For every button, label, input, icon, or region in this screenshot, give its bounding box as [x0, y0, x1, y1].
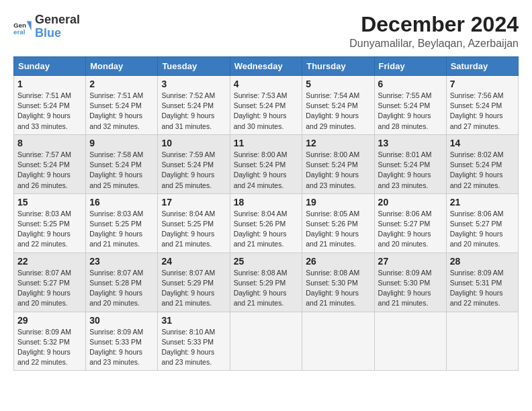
day-number: 10: [161, 138, 226, 148]
day-info: Sunrise: 8:00 AM Sunset: 5:24 PM Dayligh…: [234, 150, 299, 191]
calendar-cell: 20 Sunrise: 8:06 AM Sunset: 5:27 PM Dayl…: [374, 193, 446, 253]
calendar-cell: 1 Sunrise: 7:51 AM Sunset: 5:24 PM Dayli…: [14, 76, 86, 135]
day-number: 18: [234, 197, 299, 208]
week-row-3: 15 Sunrise: 8:03 AM Sunset: 5:25 PM Dayl…: [14, 193, 519, 253]
day-info: Sunrise: 8:06 AM Sunset: 5:27 PM Dayligh…: [378, 209, 443, 250]
calendar-cell: 29 Sunrise: 8:09 AM Sunset: 5:32 PM Dayl…: [14, 312, 86, 371]
day-info: Sunrise: 8:09 AM Sunset: 5:33 PM Dayligh…: [89, 327, 154, 368]
day-number: 11: [234, 138, 299, 148]
calendar-cell: [230, 312, 302, 371]
week-row-2: 8 Sunrise: 7:57 AM Sunset: 5:24 PM Dayli…: [14, 134, 519, 193]
week-row-4: 22 Sunrise: 8:07 AM Sunset: 5:27 PM Dayl…: [14, 253, 519, 312]
calendar-cell: 25 Sunrise: 8:08 AM Sunset: 5:29 PM Dayl…: [230, 253, 302, 312]
day-info: Sunrise: 7:58 AM Sunset: 5:24 PM Dayligh…: [89, 150, 154, 191]
day-info: Sunrise: 8:06 AM Sunset: 5:27 PM Dayligh…: [450, 209, 515, 250]
day-number: 1: [17, 79, 82, 89]
calendar-cell: 4 Sunrise: 7:53 AM Sunset: 5:24 PM Dayli…: [230, 76, 302, 135]
day-number: 6: [378, 79, 443, 89]
logo-icon: Gen eral: [13, 17, 32, 36]
day-info: Sunrise: 7:55 AM Sunset: 5:24 PM Dayligh…: [378, 91, 443, 132]
day-number: 2: [89, 79, 154, 89]
day-number: 21: [450, 197, 515, 208]
day-number: 24: [161, 256, 226, 267]
calendar-cell: 18 Sunrise: 8:04 AM Sunset: 5:26 PM Dayl…: [230, 193, 302, 253]
day-number: 26: [306, 256, 370, 267]
day-info: Sunrise: 8:00 AM Sunset: 5:24 PM Dayligh…: [306, 150, 370, 191]
day-number: 3: [161, 79, 226, 89]
calendar-cell: 2 Sunrise: 7:51 AM Sunset: 5:24 PM Dayli…: [86, 76, 158, 135]
day-number: 7: [450, 79, 515, 89]
day-info: Sunrise: 8:08 AM Sunset: 5:30 PM Dayligh…: [306, 268, 370, 309]
calendar-cell: [446, 312, 518, 371]
day-number: 5: [306, 79, 370, 89]
calendar-cell: 8 Sunrise: 7:57 AM Sunset: 5:24 PM Dayli…: [14, 134, 86, 193]
day-number: 16: [89, 197, 154, 208]
month-title: December 2024: [349, 13, 519, 35]
day-info: Sunrise: 8:09 AM Sunset: 5:31 PM Dayligh…: [450, 268, 515, 309]
day-info: Sunrise: 8:02 AM Sunset: 5:24 PM Dayligh…: [450, 150, 515, 191]
day-info: Sunrise: 7:51 AM Sunset: 5:24 PM Dayligh…: [89, 91, 154, 132]
location: Dunyamalilar, Beylaqan, Azerbaijan: [349, 38, 519, 50]
week-row-5: 29 Sunrise: 8:09 AM Sunset: 5:32 PM Dayl…: [14, 312, 519, 371]
calendar-cell: 16 Sunrise: 8:03 AM Sunset: 5:25 PM Dayl…: [86, 193, 158, 253]
day-number: 13: [378, 138, 443, 148]
day-number: 28: [450, 256, 515, 267]
day-info: Sunrise: 8:09 AM Sunset: 5:30 PM Dayligh…: [378, 268, 443, 309]
day-info: Sunrise: 7:52 AM Sunset: 5:24 PM Dayligh…: [161, 91, 226, 132]
header-day-sunday: Sunday: [14, 57, 86, 76]
day-info: Sunrise: 7:53 AM Sunset: 5:24 PM Dayligh…: [234, 91, 299, 132]
header-day-monday: Monday: [86, 57, 158, 76]
calendar-cell: 19 Sunrise: 8:05 AM Sunset: 5:26 PM Dayl…: [302, 193, 374, 253]
calendar-cell: 28 Sunrise: 8:09 AM Sunset: 5:31 PM Dayl…: [446, 253, 518, 312]
calendar-cell: 13 Sunrise: 8:01 AM Sunset: 5:24 PM Dayl…: [374, 134, 446, 193]
day-info: Sunrise: 8:04 AM Sunset: 5:25 PM Dayligh…: [161, 209, 226, 250]
day-number: 15: [17, 197, 82, 208]
day-number: 4: [234, 79, 299, 89]
calendar-cell: [302, 312, 374, 371]
day-number: 23: [89, 256, 154, 267]
calendar-table: SundayMondayTuesdayWednesdayThursdayFrid…: [13, 56, 519, 371]
day-number: 17: [161, 197, 226, 208]
day-info: Sunrise: 7:54 AM Sunset: 5:24 PM Dayligh…: [306, 91, 370, 132]
calendar-header: SundayMondayTuesdayWednesdayThursdayFrid…: [14, 57, 519, 76]
day-info: Sunrise: 7:57 AM Sunset: 5:24 PM Dayligh…: [17, 150, 82, 191]
day-number: 22: [17, 256, 82, 267]
calendar-cell: 15 Sunrise: 8:03 AM Sunset: 5:25 PM Dayl…: [14, 193, 86, 253]
header-day-tuesday: Tuesday: [158, 57, 230, 76]
header-day-friday: Friday: [374, 57, 446, 76]
day-number: 9: [89, 138, 154, 148]
day-info: Sunrise: 7:56 AM Sunset: 5:24 PM Dayligh…: [450, 91, 515, 132]
calendar-cell: 17 Sunrise: 8:04 AM Sunset: 5:25 PM Dayl…: [158, 193, 230, 253]
day-number: 27: [378, 256, 443, 267]
calendar-cell: 22 Sunrise: 8:07 AM Sunset: 5:27 PM Dayl…: [14, 253, 86, 312]
calendar-cell: 31 Sunrise: 8:10 AM Sunset: 5:33 PM Dayl…: [158, 312, 230, 371]
day-number: 12: [306, 138, 370, 148]
day-info: Sunrise: 8:04 AM Sunset: 5:26 PM Dayligh…: [234, 209, 299, 250]
calendar-cell: 27 Sunrise: 8:09 AM Sunset: 5:30 PM Dayl…: [374, 253, 446, 312]
calendar-cell: 12 Sunrise: 8:00 AM Sunset: 5:24 PM Dayl…: [302, 134, 374, 193]
header-day-wednesday: Wednesday: [230, 57, 302, 76]
calendar-cell: 7 Sunrise: 7:56 AM Sunset: 5:24 PM Dayli…: [446, 76, 518, 135]
calendar-cell: 11 Sunrise: 8:00 AM Sunset: 5:24 PM Dayl…: [230, 134, 302, 193]
day-number: 31: [161, 315, 226, 326]
calendar-cell: 6 Sunrise: 7:55 AM Sunset: 5:24 PM Dayli…: [374, 76, 446, 135]
day-info: Sunrise: 8:07 AM Sunset: 5:27 PM Dayligh…: [17, 268, 82, 309]
calendar-cell: 9 Sunrise: 7:58 AM Sunset: 5:24 PM Dayli…: [86, 134, 158, 193]
day-info: Sunrise: 7:59 AM Sunset: 5:24 PM Dayligh…: [161, 150, 226, 191]
day-number: 20: [378, 197, 443, 208]
day-info: Sunrise: 8:07 AM Sunset: 5:29 PM Dayligh…: [161, 268, 226, 309]
header-day-thursday: Thursday: [302, 57, 374, 76]
day-info: Sunrise: 8:07 AM Sunset: 5:28 PM Dayligh…: [89, 268, 154, 309]
day-number: 30: [89, 315, 154, 326]
calendar-cell: 24 Sunrise: 8:07 AM Sunset: 5:29 PM Dayl…: [158, 253, 230, 312]
calendar-cell: 3 Sunrise: 7:52 AM Sunset: 5:24 PM Dayli…: [158, 76, 230, 135]
calendar-cell: 30 Sunrise: 8:09 AM Sunset: 5:33 PM Dayl…: [86, 312, 158, 371]
calendar-cell: 10 Sunrise: 7:59 AM Sunset: 5:24 PM Dayl…: [158, 134, 230, 193]
day-info: Sunrise: 8:03 AM Sunset: 5:25 PM Dayligh…: [17, 209, 82, 250]
day-number: 25: [234, 256, 299, 267]
day-info: Sunrise: 8:01 AM Sunset: 5:24 PM Dayligh…: [378, 150, 443, 191]
day-number: 29: [17, 315, 82, 326]
calendar-cell: 14 Sunrise: 8:02 AM Sunset: 5:24 PM Dayl…: [446, 134, 518, 193]
day-info: Sunrise: 8:09 AM Sunset: 5:32 PM Dayligh…: [17, 327, 82, 368]
day-info: Sunrise: 8:08 AM Sunset: 5:29 PM Dayligh…: [234, 268, 299, 309]
